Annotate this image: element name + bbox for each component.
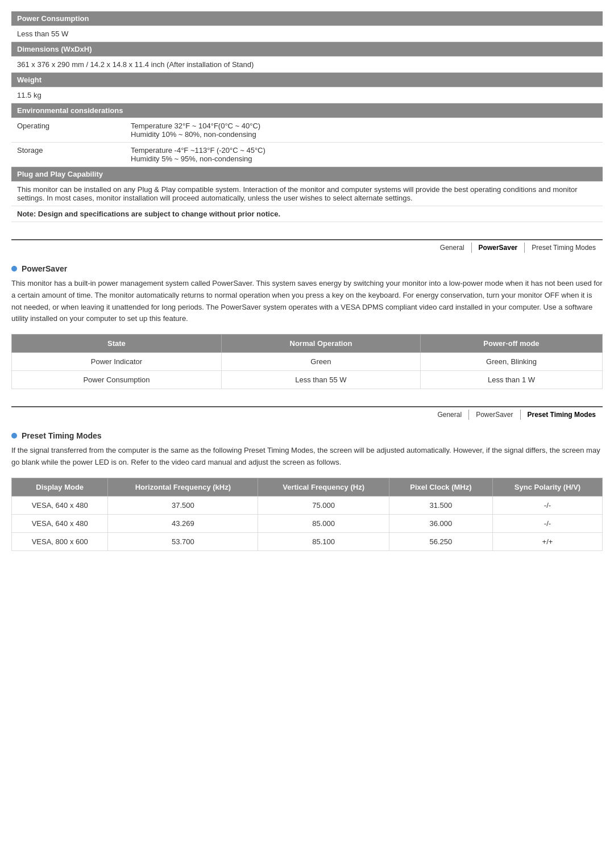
table-cell: -/- <box>492 496 602 514</box>
table-cell: Green, Blinking <box>420 353 602 371</box>
nav-tabs-1: GeneralPowerSaverPreset Timing Modes <box>11 239 603 253</box>
table-cell: 85.100 <box>258 532 389 550</box>
section-header: Environmental considerations <box>11 103 603 118</box>
table-cell: 75.000 <box>258 496 389 514</box>
note-value: Note: Design and specifications are subj… <box>11 206 603 222</box>
table-row: Note: Design and specifications are subj… <box>11 206 603 222</box>
table-cell: Green <box>221 353 420 371</box>
table-row: Less than 55 W <box>11 26 603 42</box>
bullet-icon-2 <box>11 433 17 439</box>
table-cell: 36.000 <box>389 514 492 532</box>
table-cell: Less than 1 W <box>420 371 602 389</box>
desc-value: This monitor can be installed on any Plu… <box>11 182 603 206</box>
table-row: This monitor can be installed on any Plu… <box>11 182 603 206</box>
single-value: 361 x 376 x 290 mm / 14.2 x 14.8 x 11.4 … <box>11 57 603 73</box>
single-value: Less than 55 W <box>11 26 603 42</box>
section-header: Dimensions (WxDxH) <box>11 42 603 57</box>
nav-tabs-2: GeneralPowerSaverPreset Timing Modes <box>11 406 603 420</box>
table-row: OperatingTemperature 32°F ~ 104°F(0°C ~ … <box>11 118 603 143</box>
table-cell: VESA, 800 x 600 <box>12 532 108 550</box>
table-header: State <box>12 335 222 353</box>
row-value: Temperature 32°F ~ 104°F(0°C ~ 40°C) Hum… <box>125 118 603 143</box>
power-table: StateNormal OperationPower-off mode Powe… <box>11 334 603 389</box>
bullet-icon <box>11 266 17 272</box>
preset-title: Preset Timing Modes <box>22 431 102 440</box>
table-row: 361 x 376 x 290 mm / 14.2 x 14.8 x 11.4 … <box>11 57 603 73</box>
nav-tab[interactable]: Preset Timing Modes <box>525 243 603 253</box>
table-cell: 53.700 <box>108 532 258 550</box>
powersaver-title: PowerSaver <box>22 264 67 273</box>
table-row: 11.5 kg <box>11 87 603 103</box>
section-header: Power Consumption <box>11 11 603 26</box>
table-header: Normal Operation <box>221 335 420 353</box>
row-value: Temperature -4°F ~113°F (-20°C ~ 45°C) H… <box>125 143 603 167</box>
table-cell: Power Consumption <box>12 371 222 389</box>
table-row: VESA, 800 x 60053.70085.10056.250+/+ <box>12 532 603 550</box>
table-header: Vertical Frequency (Hz) <box>258 478 389 496</box>
table-cell: VESA, 640 x 480 <box>12 496 108 514</box>
table-cell: VESA, 640 x 480 <box>12 514 108 532</box>
nav-tab[interactable]: General <box>430 410 469 420</box>
preset-description: If the signal transferred from the compu… <box>11 445 603 469</box>
table-row: StorageTemperature -4°F ~113°F (-20°C ~ … <box>11 143 603 167</box>
table-header: Pixel Clock (MHz) <box>389 478 492 496</box>
table-cell: 31.500 <box>389 496 492 514</box>
powersaver-description: This monitor has a built-in power manage… <box>11 278 603 325</box>
row-label: Operating <box>11 118 125 143</box>
table-cell: 37.500 <box>108 496 258 514</box>
table-header: Power-off mode <box>420 335 602 353</box>
table-header: Display Mode <box>12 478 108 496</box>
table-row: Power ConsumptionLess than 55 WLess than… <box>12 371 603 389</box>
table-cell: +/+ <box>492 532 602 550</box>
table-cell: Less than 55 W <box>221 371 420 389</box>
nav-tab[interactable]: PowerSaver <box>469 410 520 420</box>
table-cell: Power Indicator <box>12 353 222 371</box>
section-header: Weight <box>11 73 603 87</box>
table-header: Horizontal Frequency (kHz) <box>108 478 258 496</box>
section-header: Plug and Play Capability <box>11 167 603 182</box>
table-cell: 85.000 <box>258 514 389 532</box>
nav-tab[interactable]: Preset Timing Modes <box>521 410 603 420</box>
table-row: VESA, 640 x 48043.26985.00036.000-/- <box>12 514 603 532</box>
specs-table: Power ConsumptionLess than 55 WDimension… <box>11 11 603 222</box>
powersaver-section: PowerSaver This monitor has a built-in p… <box>11 264 603 389</box>
single-value: 11.5 kg <box>11 87 603 103</box>
nav-tab[interactable]: PowerSaver <box>472 243 525 253</box>
table-cell: 56.250 <box>389 532 492 550</box>
row-label: Storage <box>11 143 125 167</box>
table-row: VESA, 640 x 48037.50075.00031.500-/- <box>12 496 603 514</box>
preset-section: Preset Timing Modes If the signal transf… <box>11 431 603 551</box>
timing-table: Display ModeHorizontal Frequency (kHz)Ve… <box>11 478 603 551</box>
nav-tab[interactable]: General <box>433 243 472 253</box>
table-header: Sync Polarity (H/V) <box>492 478 602 496</box>
table-cell: -/- <box>492 514 602 532</box>
table-row: Power IndicatorGreenGreen, Blinking <box>12 353 603 371</box>
table-cell: 43.269 <box>108 514 258 532</box>
